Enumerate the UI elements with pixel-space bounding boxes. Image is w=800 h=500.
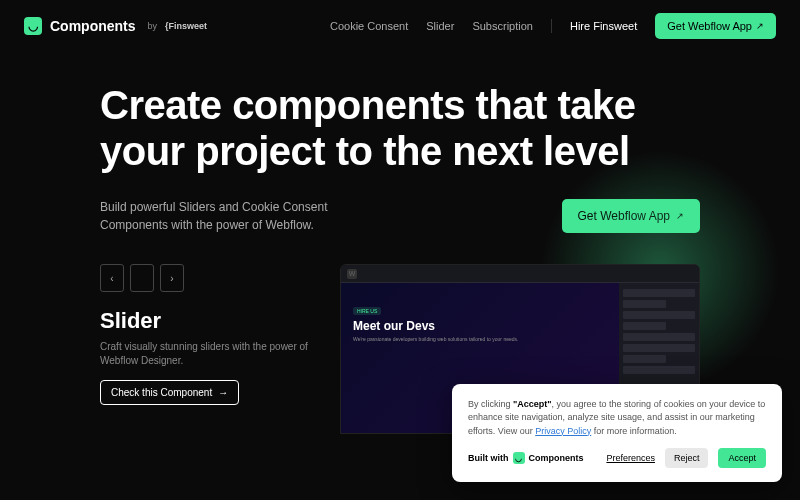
cookie-text: By clicking "Accept", you agree to the s… [468, 398, 766, 439]
accept-button[interactable]: Accept [718, 448, 766, 468]
built-with-brand: Components [529, 453, 584, 463]
sidebar-item [623, 344, 695, 352]
slider-middle-button[interactable] [130, 264, 154, 292]
logo-text: Components [50, 18, 136, 34]
hero-description: Build powerful Sliders and Cookie Consen… [100, 198, 380, 234]
slider-prev-button[interactable]: ‹ [100, 264, 124, 292]
chevron-left-icon: ‹ [110, 273, 113, 284]
cookie-consent-banner: By clicking "Accept", you agree to the s… [452, 384, 782, 483]
slider-title: Slider [100, 308, 320, 334]
slider-card: ‹ › Slider Craft visually stunning slide… [100, 264, 320, 434]
cookie-text-prefix: By clicking [468, 399, 513, 409]
nav-link-cookie-consent[interactable]: Cookie Consent [330, 20, 408, 32]
finsweet-label: {Finsweet [165, 21, 207, 31]
hero-cta-button[interactable]: Get Webflow App ↗ [562, 199, 701, 233]
chevron-right-icon: › [170, 273, 173, 284]
preview-badge: HIRE US [353, 307, 381, 315]
check-component-button[interactable]: Check this Component → [100, 380, 239, 405]
slider-description: Craft visually stunning sliders with the… [100, 340, 320, 368]
nav-divider [551, 19, 552, 33]
cookie-footer: Built with ◡ Components Preferences Reje… [468, 448, 766, 468]
nav-brand[interactable]: ◡ Components by {Finsweet [24, 17, 207, 35]
hero-cta-label: Get Webflow App [578, 209, 671, 223]
built-with-label: Built with [468, 453, 509, 463]
top-nav: ◡ Components by {Finsweet Cookie Consent… [0, 0, 800, 52]
preview-toolbar: W [341, 265, 699, 283]
hero-section: Create components that take your project… [0, 52, 800, 234]
sidebar-item [623, 322, 666, 330]
webflow-icon: W [347, 269, 357, 279]
preferences-button[interactable]: Preferences [606, 453, 655, 463]
check-component-label: Check this Component [111, 387, 212, 398]
preview-title: Meet our Devs [353, 319, 607, 333]
sidebar-item [623, 300, 666, 308]
components-icon: ◡ [513, 452, 525, 464]
hero-sub-row: Build powerful Sliders and Cookie Consen… [100, 198, 700, 234]
logo-icon: ◡ [24, 17, 42, 35]
by-label: by [148, 21, 158, 31]
hero-title: Create components that take your project… [100, 82, 700, 174]
nav-link-slider[interactable]: Slider [426, 20, 454, 32]
sidebar-item [623, 366, 695, 374]
nav-cta-label: Get Webflow App [667, 20, 752, 32]
slider-next-button[interactable]: › [160, 264, 184, 292]
reject-button[interactable]: Reject [665, 448, 709, 468]
arrow-up-right-icon: ↗ [676, 211, 684, 221]
sidebar-item [623, 289, 695, 297]
slider-controls: ‹ › [100, 264, 320, 292]
arrow-right-icon: → [218, 387, 228, 398]
built-with: Built with ◡ Components [468, 452, 584, 464]
sidebar-item [623, 333, 695, 341]
privacy-policy-link[interactable]: Privacy Policy [535, 426, 591, 436]
preview-subtitle: We're passionate developers building web… [353, 336, 607, 343]
cookie-actions: Preferences Reject Accept [606, 448, 766, 468]
arrow-up-right-icon: ↗ [756, 21, 764, 31]
sidebar-item [623, 311, 695, 319]
cookie-text-suffix: for more information. [591, 426, 677, 436]
nav-right: Cookie Consent Slider Subscription Hire … [330, 13, 776, 39]
cookie-accept-word: "Accept" [513, 399, 552, 409]
sidebar-item [623, 355, 666, 363]
nav-link-hire[interactable]: Hire Finsweet [570, 20, 637, 32]
nav-cta-button[interactable]: Get Webflow App ↗ [655, 13, 776, 39]
nav-link-subscription[interactable]: Subscription [472, 20, 533, 32]
